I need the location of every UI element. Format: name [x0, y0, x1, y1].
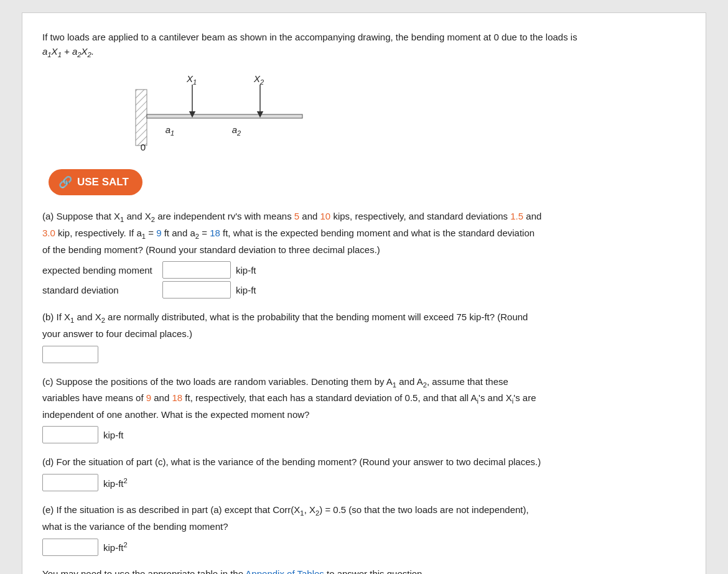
std-dev-input[interactable] [162, 281, 231, 299]
part-e-input-row: kip-ft2 [42, 539, 686, 556]
part-a-text: (a) Suppose that X1 and X2 are independe… [42, 209, 686, 257]
beam-diagram: X1 X2 a1 a2 0 [92, 71, 329, 158]
part-a-block: (a) Suppose that X1 and X2 are independe… [42, 209, 686, 299]
expected-bm-unit: kip-ft [236, 265, 256, 275]
svg-text:X2: X2 [253, 73, 264, 86]
expected-bm-input[interactable] [162, 261, 231, 279]
part-c-unit: kip-ft [103, 430, 124, 440]
part-d-input-row: kip-ft2 [42, 474, 686, 491]
bottom-note-text1: You may need to use the appropriate tabl… [42, 568, 245, 575]
bottom-note-text2: to answer this question. [324, 568, 425, 575]
use-salt-button[interactable]: 🔗 USE SALT [49, 169, 142, 195]
part-c-input[interactable] [42, 426, 98, 443]
svg-rect-1 [136, 90, 147, 146]
appendix-link[interactable]: Appendix of Tables [245, 568, 324, 575]
part-c-input-row: kip-ft [42, 426, 686, 443]
salt-icon: 🔗 [58, 175, 72, 189]
part-e-text: (e) If the situation is as described in … [42, 502, 686, 534]
svg-text:a2: a2 [232, 124, 241, 137]
expected-bm-row: expected bending moment kip-ft [42, 261, 686, 279]
part-d-unit: kip-ft2 [103, 477, 128, 489]
diagram-area: X1 X2 a1 a2 0 [92, 71, 686, 158]
part-b-block: (b) If X1 and X2 are normally distribute… [42, 310, 686, 363]
part-b-text: (b) If X1 and X2 are normally distribute… [42, 310, 686, 341]
page-container: If two loads are applied to a cantilever… [22, 12, 706, 574]
part-c-block: (c) Suppose the positions of the two loa… [42, 374, 686, 444]
part-d-input[interactable] [42, 474, 98, 491]
intro-text: If two loads are applied to a cantilever… [42, 30, 686, 60]
use-salt-label: USE SALT [77, 176, 129, 188]
svg-text:X1: X1 [186, 73, 197, 86]
part-b-input-row [42, 346, 686, 363]
expected-bm-label: expected bending moment [42, 265, 157, 275]
part-e-unit: kip-ft2 [103, 541, 128, 553]
std-dev-unit: kip-ft [236, 285, 256, 295]
intro-formula: a1X1 + a2X2. [42, 46, 94, 57]
intro-line1: If two loads are applied to a cantilever… [42, 32, 577, 42]
part-e-input[interactable] [42, 539, 98, 556]
svg-rect-2 [147, 114, 302, 118]
part-d-text: (d) For the situation of part (c), what … [42, 455, 686, 470]
std-dev-row: standard deviation kip-ft [42, 281, 686, 299]
part-d-block: (d) For the situation of part (c), what … [42, 455, 686, 491]
part-c-text: (c) Suppose the positions of the two loa… [42, 374, 686, 423]
svg-text:a1: a1 [166, 124, 174, 137]
svg-text:0: 0 [141, 142, 146, 152]
std-dev-label: standard deviation [42, 285, 157, 295]
part-e-block: (e) If the situation is as described in … [42, 502, 686, 555]
bottom-note: You may need to use the appropriate tabl… [42, 567, 686, 575]
part-b-input[interactable] [42, 346, 98, 363]
